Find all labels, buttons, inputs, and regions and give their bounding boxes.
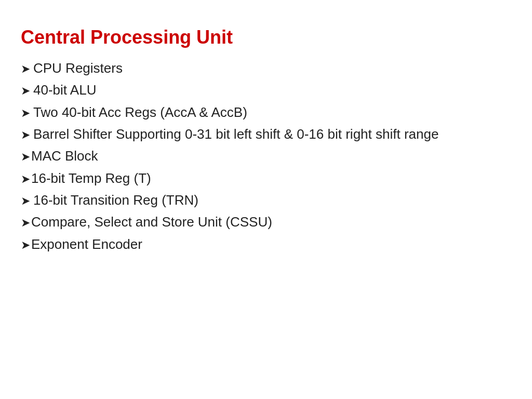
bullet-arrow-5: ➤ bbox=[21, 170, 30, 188]
slide-container: Central Processing Unit ➤CPU Registers➤4… bbox=[0, 0, 532, 399]
bullet-item-3: ➤Barrel Shifter Supporting 0-31 bit left… bbox=[21, 124, 511, 144]
bullet-arrow-3: ➤ bbox=[21, 126, 30, 144]
bullet-text-7: Compare, Select and Store Unit (CSSU) bbox=[31, 211, 272, 232]
bullet-text-3: Barrel Shifter Supporting 0-31 bit left … bbox=[33, 124, 438, 144]
bullet-arrow-4: ➤ bbox=[21, 148, 30, 166]
bullet-item-5: ➤16-bit Temp Reg (T) bbox=[21, 168, 511, 189]
bullet-item-1: ➤40-bit ALU bbox=[21, 79, 511, 100]
bullet-text-5: 16-bit Temp Reg (T) bbox=[31, 168, 151, 189]
slide-title: Central Processing Unit bbox=[21, 26, 511, 48]
bullet-text-0: CPU Registers bbox=[33, 58, 123, 78]
bullet-text-8: Exponent Encoder bbox=[31, 234, 142, 255]
bullet-text-6: 16-bit Transition Reg (TRN) bbox=[33, 190, 198, 210]
bullet-arrow-8: ➤ bbox=[21, 236, 30, 254]
bullet-text-1: 40-bit ALU bbox=[33, 79, 96, 100]
bullet-arrow-7: ➤ bbox=[21, 214, 30, 232]
bullet-item-6: ➤16-bit Transition Reg (TRN) bbox=[21, 190, 511, 210]
bullet-arrow-0: ➤ bbox=[21, 60, 30, 78]
bullet-arrow-6: ➤ bbox=[21, 192, 30, 210]
bullet-arrow-1: ➤ bbox=[21, 82, 30, 100]
bullet-item-4: ➤MAC Block bbox=[21, 145, 511, 166]
bullet-item-7: ➤Compare, Select and Store Unit (CSSU) bbox=[21, 211, 511, 232]
bullet-text-2: Two 40-bit Acc Regs (AccA & AccB) bbox=[33, 102, 247, 123]
bullet-item-2: ➤Two 40-bit Acc Regs (AccA & AccB) bbox=[21, 102, 511, 123]
bullet-text-4: MAC Block bbox=[31, 145, 98, 166]
bullet-item-0: ➤CPU Registers bbox=[21, 58, 511, 78]
bullet-item-8: ➤Exponent Encoder bbox=[21, 234, 511, 255]
bullet-arrow-2: ➤ bbox=[21, 104, 30, 122]
bullet-list: ➤CPU Registers➤40-bit ALU➤Two 40-bit Acc… bbox=[21, 58, 511, 255]
